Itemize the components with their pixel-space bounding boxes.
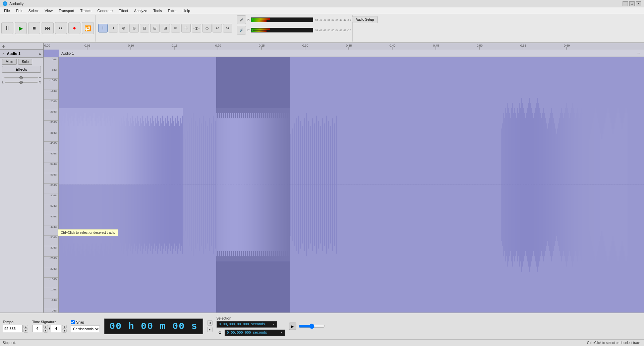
svg-rect-291 [521,98,522,272]
svg-rect-316 [546,123,547,246]
tempo-input[interactable] [3,325,23,332]
svg-rect-184 [226,113,227,256]
menu-view[interactable]: View [42,8,55,13]
multi-tool-button[interactable]: ✢ [181,24,191,32]
db-30b: -30dB [44,246,58,256]
skip-forward-button[interactable]: ⏭ [55,22,67,34]
audio-setup-button[interactable]: Audio Setup [352,16,378,23]
svg-rect-262 [320,126,321,244]
db-40b: -40dB [44,225,58,235]
time-sig-denominator[interactable] [51,325,61,332]
svg-rect-361 [592,129,592,241]
menu-tools[interactable]: Tools [151,8,165,13]
svg-rect-393 [624,118,624,251]
svg-rect-85 [112,123,112,246]
gain-slider[interactable] [4,77,38,78]
envelope-tool-button[interactable]: ✦ [109,24,118,32]
menu-edit[interactable]: Edit [13,8,25,13]
playback-speed-slider[interactable] [298,324,325,329]
selection-settings-icon[interactable]: ⚙ [217,329,223,336]
tempo-up-button[interactable]: ▲ [23,325,28,329]
draw-tool-button[interactable]: ✏ [171,24,180,32]
zoom-fit-button[interactable]: ⊟ [150,24,160,32]
ts-num-up[interactable]: ▲ [43,325,48,329]
playback-play-button[interactable]: ▶ [289,323,296,330]
pan-thumb[interactable] [19,81,23,84]
play-button[interactable]: ▶ [15,22,27,34]
svg-rect-108 [135,118,135,251]
snap-select[interactable]: Centiseconds Milliseconds Seconds Frames [71,326,100,332]
pause-button[interactable]: ⏸ [1,22,13,34]
svg-rect-350 [581,113,581,256]
close-button[interactable]: × [636,1,641,6]
time-nav-next[interactable]: ► [207,327,213,332]
svg-rect-198 [240,113,241,256]
gain-thumb[interactable] [19,76,23,79]
menu-transport[interactable]: Transport [56,8,77,13]
effects-button[interactable]: Effects [2,66,41,73]
redo-button[interactable]: ↪ [223,24,232,32]
zoom-out-button[interactable]: ⊖ [129,24,139,32]
time-sig-numerator[interactable] [32,325,42,332]
zoom-in-button[interactable]: ⊕ [119,24,128,32]
time-sig-label: Time Signature [32,320,67,324]
maximize-button[interactable]: □ [629,1,635,6]
svg-text:0.20: 0.20 [215,44,221,47]
zoom-toggle-button[interactable]: ⊞ [161,24,170,32]
db-15: -15dB [44,89,58,99]
tempo-down-button[interactable]: ▼ [23,329,28,333]
menu-effect[interactable]: Effect [116,8,131,13]
svg-rect-216 [258,113,259,256]
svg-rect-170 [211,123,212,246]
trim-button[interactable]: ◁▷ [192,24,201,32]
menu-analyze[interactable]: Analyze [131,8,150,13]
zoom-sel-button[interactable]: ⊡ [140,24,149,32]
track-close-button[interactable]: × [1,52,5,56]
ts-den-up[interactable]: ▲ [62,325,67,329]
ts-den-down[interactable]: ▼ [62,329,67,333]
selection-end-arrow[interactable]: ▾ [281,331,282,335]
waveform-area[interactable]: Audio 1 ··· 0dB -5dB -10dB -15dB -20dB -… [44,50,644,313]
menu-extra[interactable]: Extra [165,8,179,13]
silence-button[interactable]: ◇ [202,24,212,32]
svg-rect-345 [576,118,576,251]
output-meter-button[interactable]: 🔊 [237,26,246,34]
svg-rect-300 [530,103,531,266]
skip-back-button[interactable]: ⏮ [42,22,54,34]
menu-file[interactable]: File [1,8,13,13]
solo-button[interactable]: Solo [18,59,32,65]
selection-start-arrow[interactable]: ▾ [273,323,274,326]
title-bar: Audacity ─ □ × [0,0,644,7]
svg-text:0.55: 0.55 [520,44,526,47]
pan-l-label: L [2,81,4,84]
menu-help[interactable]: Help [180,8,193,13]
window-controls[interactable]: ─ □ × [623,1,641,6]
minimize-button[interactable]: ─ [623,1,628,6]
menu-generate[interactable]: Generate [95,8,115,13]
snap-checkbox[interactable] [71,320,75,324]
menu-select[interactable]: Select [26,8,42,13]
ts-num-down[interactable]: ▼ [43,329,48,333]
title-text: Audacity [9,2,23,6]
time-sig-group: Time Signature ▲ ▼ / ▲ ▼ [32,320,67,333]
time-nav-prev[interactable]: ◄ [207,320,213,326]
output-meter-bar: L [251,28,313,32]
svg-rect-233 [276,118,276,251]
record-button[interactable]: ● [68,22,80,34]
input-meter-button[interactable]: 🎤 [237,15,246,24]
svg-rect-356 [587,123,587,246]
mute-button[interactable]: Mute [2,59,17,65]
svg-rect-363 [594,118,594,251]
menu-tracks[interactable]: Tracks [78,8,94,13]
track-overflow-button[interactable]: ··· [636,51,641,55]
ruler: 0.00 0.05 0.10 0.15 0.20 0.25 0.30 0.35 [44,43,644,50]
undo-button[interactable]: ↩ [213,24,222,32]
cursor-tool-button[interactable]: I [98,24,108,32]
pan-slider[interactable] [5,82,37,83]
settings-icon-btn[interactable]: ⚙ [0,43,6,49]
loop-button[interactable]: 🔁 [82,22,94,34]
svg-rect-348 [579,113,579,256]
stop-button[interactable]: ■ [28,22,40,34]
svg-rect-177 [219,118,220,251]
track-collapse-button[interactable]: ▲ [38,52,42,55]
